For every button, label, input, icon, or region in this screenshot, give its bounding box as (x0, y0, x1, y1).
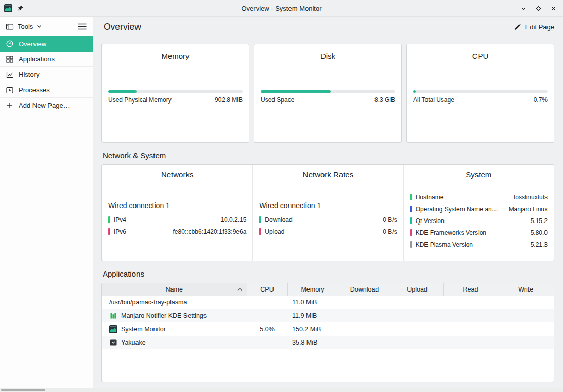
sensor-value: 0.7% (534, 96, 548, 104)
sensor-label: Hostname (416, 194, 444, 201)
sidebar: Tools Overview Applications (0, 17, 93, 392)
sensor-label: IPv6 (114, 228, 126, 235)
titlebar[interactable]: Overview - System Monitor (0, 0, 563, 17)
column-header-cpu[interactable]: CPU (247, 283, 287, 296)
disk-progress-bar (261, 90, 395, 93)
upload-row: Upload 0 B/s (259, 226, 397, 237)
sensor-value: 0 B/s (383, 228, 397, 235)
sensor-label: Used Physical Memory (108, 96, 172, 104)
column-title: Networks (108, 170, 246, 179)
app-name: /usr/bin/pamac-tray-plasma (109, 299, 187, 306)
download-row: Download 0 B/s (259, 214, 397, 226)
restore-button[interactable] (535, 5, 542, 12)
kde-frameworks-row: KDE Frameworks Version 5.80.0 (410, 227, 548, 238)
sidebar-item-overview[interactable]: Overview (0, 36, 93, 52)
yakuake-icon (109, 338, 117, 347)
legend-swatch (410, 241, 412, 248)
sensor-value: 0 B/s (383, 216, 397, 224)
system-monitor-icon (109, 325, 117, 333)
table-row-system-monitor[interactable]: System Monitor 5.0% 150.2 MiB (102, 322, 554, 336)
minimize-button[interactable] (520, 5, 527, 12)
overview-page: Memory Used Physical Memory 902.8 MiB Di… (93, 37, 563, 382)
table-row-manjaro-notifier[interactable]: Manjaro Notifier KDE Settings 11.9 MiB (102, 309, 554, 322)
tools-icon (6, 23, 14, 31)
pin-icon[interactable] (17, 5, 24, 12)
hamburger-menu-icon[interactable] (78, 23, 87, 30)
column-header-read[interactable]: Read (443, 283, 498, 296)
sidebar-item-history[interactable]: History (0, 67, 93, 82)
app-name: Manjaro Notifier KDE Settings (121, 312, 207, 319)
network-system-card: Networks Wired connection 1 IPv4 10.0.2.… (101, 164, 554, 261)
legend-swatch (410, 217, 412, 224)
cpu-progress-fill (413, 90, 416, 93)
cpu-value (247, 296, 287, 309)
legend-swatch (410, 194, 412, 200)
table-row-pamac-tray[interactable]: /usr/bin/pamac-tray-plasma 11.0 MiB (102, 296, 554, 309)
memory-value: 11.0 MiB (287, 296, 338, 309)
column-header-write[interactable]: Write (498, 283, 554, 296)
os-name-row: Operating System Name an… Manjaro Linux (410, 203, 548, 215)
horizontal-scrollbar-thumb[interactable] (1, 389, 45, 391)
app-name: System Monitor (121, 326, 166, 333)
applications-icon (6, 55, 14, 63)
sidebar-item-add-new-page[interactable]: Add New Page… (0, 98, 93, 113)
table-row-yakuake[interactable]: Yakuake 35.8 MiB (102, 336, 554, 349)
processes-icon (6, 86, 14, 94)
sidebar-item-label: Overview (19, 40, 46, 48)
sensor-label: KDE Plasma Version (416, 241, 473, 248)
pencil-icon (514, 23, 521, 31)
system-column: System Hostname fosslinuxtuts Operating … (403, 165, 554, 261)
cpu-card: CPU All Total Usage 0.7% (406, 44, 554, 143)
sidebar-nav: Overview Applications History Processes (0, 36, 93, 113)
connection-name: Wired connection 1 (259, 201, 397, 210)
column-title: Network Rates (259, 170, 397, 179)
sensor-value: Manjaro Linux (509, 206, 548, 213)
edit-page-label: Edit Page (525, 23, 554, 31)
close-button[interactable] (550, 5, 557, 12)
edit-page-button[interactable]: Edit Page (514, 23, 554, 31)
sidebar-item-label: Processes (19, 86, 50, 94)
cpu-progress-bar (413, 90, 548, 93)
sensor-value: 5.21.3 (531, 241, 548, 248)
overview-icon (6, 40, 14, 48)
page-header: Overview Edit Page (93, 17, 563, 37)
kde-plasma-row: KDE Plasma Version 5.21.3 (410, 238, 548, 250)
main-area: Overview Edit Page Memory Used Physical … (93, 17, 563, 392)
tools-label: Tools (18, 23, 33, 30)
sensor-label: Download (265, 216, 292, 224)
legend-swatch (108, 216, 110, 223)
sensor-value: fosslinuxtuts (514, 194, 548, 201)
column-header-memory[interactable]: Memory (287, 283, 338, 296)
sensor-value: 902.8 MiB (215, 96, 243, 104)
window-title: Overview - System Monitor (0, 5, 563, 12)
table-header-row: Name CPU Memory Download Upload Read Wri… (102, 283, 554, 296)
tools-menu-button[interactable]: Tools (6, 23, 42, 31)
qt-version-row: Qt Version 5.15.2 (410, 215, 548, 227)
cpu-value (247, 336, 287, 349)
sidebar-item-applications[interactable]: Applications (0, 52, 93, 67)
app-icon[interactable] (4, 4, 12, 12)
legend-swatch (108, 228, 110, 235)
legend-swatch (410, 206, 412, 212)
sidebar-item-label: Applications (19, 55, 55, 63)
sensor-value: 5.80.0 (531, 229, 548, 236)
column-header-name[interactable]: Name (102, 283, 247, 296)
network-rates-column: Network Rates Wired connection 1 Downloa… (252, 165, 403, 261)
applications-table-card: Name CPU Memory Download Upload Read Wri… (101, 283, 554, 382)
cpu-value: 5.0% (247, 322, 287, 336)
ipv4-row: IPv4 10.0.2.15 (108, 214, 246, 226)
memory-value: 150.2 MiB (287, 322, 338, 336)
legend-swatch (259, 228, 261, 235)
legend-swatch (259, 216, 261, 223)
card-title: Disk (261, 52, 395, 60)
column-header-download[interactable]: Download (338, 283, 391, 296)
sensor-label: Used Space (261, 96, 294, 104)
memory-value: 35.8 MiB (287, 336, 338, 349)
applications-table: Name CPU Memory Download Upload Read Wri… (102, 283, 554, 349)
sensor-value: 10.0.2.15 (220, 216, 246, 224)
column-title: System (410, 170, 548, 179)
sensor-label: IPv4 (114, 216, 126, 224)
column-header-upload[interactable]: Upload (391, 283, 443, 296)
horizontal-scrollbar[interactable] (0, 388, 563, 392)
sidebar-item-processes[interactable]: Processes (0, 82, 93, 98)
